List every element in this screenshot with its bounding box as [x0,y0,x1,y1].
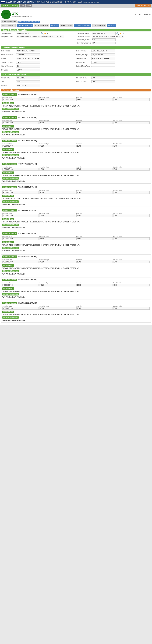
actual-arrival-value: 20170228 [50,24,59,27]
quantity-cell: Quantity 18.00 [76,212,113,217]
container-type-label: Container Type [39,259,76,260]
container-number-value: HLBU1406616 (CN/L/HH) [19,279,37,281]
search-icon[interactable]: 🔍 [41,32,44,35]
teus-row: TEUS 20.00 [1,80,76,83]
star-icon[interactable]: ★ [44,32,46,35]
consignee-star-icon[interactable]: ★ [119,32,122,35]
est-cif-value: 0.00 [113,307,149,310]
container-number-btn[interactable]: Container Number [3,279,17,281]
est-cif-value: 0.00 [113,122,149,124]
container-number-btn[interactable]: Container Number [3,209,17,212]
marks-numbers-btn[interactable]: Marks and Numbers [3,200,19,203]
print-button[interactable]: Print Trade Record(s) [1,4,19,7]
bol-value: SHHQ20191407500 [17,24,33,27]
country-of-origin-label: Country of Origin [76,54,91,56]
est-cif-cell: Est. CIF Value 0.00 [113,120,149,124]
consignee-search-icon[interactable]: 🔍 [116,32,119,35]
product-fields-row: Container Size 4000*800*800 Container Ty… [3,190,149,194]
product-desc-btn[interactable]: Product Desc [3,288,14,290]
quantity-row: Quantity 160.00(PCS) [1,84,76,87]
marks-numbers-btn[interactable]: Marks and Numbers [3,270,19,272]
container-number-btn[interactable]: Container Number [3,163,17,165]
product-desc-btn[interactable]: Product Desc [3,102,14,104]
close-button[interactable]: Close This Window [135,4,151,7]
est-cif-value: 0.00 [113,191,149,194]
marks-numbers-btn[interactable]: Marks and Numbers [3,131,19,133]
next-button[interactable]: Next [26,4,32,7]
marks-numbers-text: WANANANANANANANANANA [3,273,149,275]
quantity-value: 18.00 [76,237,113,240]
global-data-identity-label: Global Data Identity [1,20,18,23]
consignee-address-row: Consignee Address 3M CENTER MAPLEWOOD MN… [77,35,151,38]
country-of-origin-row: Country of Origin DE, GERMANY [76,53,151,56]
container-type-label: Container Type [39,97,76,98]
est-cif-label: Est. CIF Value [113,259,149,260]
port-of-load-row: Port of Load 42870, BREMERHAVEN [1,50,76,52]
product-desc-btn[interactable]: Product Desc [3,218,14,220]
quantity-cell: Quantity 18.00 [76,166,113,170]
product-desc-text: TITANIUM DIOXIDE PRETOX AV01F TITANIUM D… [3,244,149,246]
est-cif-value: 0.00 [113,284,149,286]
header-row: GTC GTC GLOBAL TRADE ONLINE LIMITED 2017… [1,9,151,20]
product-desc-btn[interactable]: Product Desc [3,125,14,128]
container-type-value: 4310 [39,191,76,194]
container-number-btn[interactable]: Container Number [3,256,17,258]
est-cif-cell: Est. CIF Value 0.00 [113,97,149,101]
est-cif-cell: Est. CIF Value 0.00 [113,143,149,147]
container-size-value: 4000*800*800 [3,145,39,147]
container-number-btn[interactable]: Container Number [3,116,17,119]
top-bar: U.S. Import Bill of Lading Data ▼ GLOBAL… [0,0,152,4]
product-desc-btn[interactable]: Product Desc [3,148,14,151]
marks-numbers-btn[interactable]: Marks and Numbers [3,177,19,180]
est-cif-cell: Est. CIF Value 0.00 [113,212,149,217]
product-desc-btn[interactable]: Product Desc [3,241,14,244]
actual-arrival-label: Actual Arrival Date [34,24,49,27]
page-title: U.S. Import Bill of Lading Data [6,1,34,3]
est-cif-value: 0.00 [91,80,115,83]
container-size-cell: Container Size 4000*800*800 [3,236,39,240]
transportation-grid: Port of Load 42870, BREMERHAVEN Port of … [1,50,151,72]
marks-numbers-btn[interactable]: Marks and Numbers [3,293,19,296]
marks-numbers-btn[interactable]: Marks and Numbers [3,316,19,319]
product-item: Container Number TRLU4855362 (CN/L/HH) C… [1,185,151,207]
teus-label: TEUS [1,81,16,82]
container-number-btn[interactable]: Container Number [3,93,17,96]
est-cif-value: 0.00 [113,237,149,240]
container-size-cell: Container Size 4000*800*800 [3,259,39,263]
marks-numbers-btn[interactable]: Marks and Numbers [3,154,19,156]
marks-numbers-text: WANANANANANANANANANA [3,250,149,252]
product-desc-btn[interactable]: Product Desc [3,310,14,313]
quantity-cell: Quantity 18.00 [76,282,113,286]
product-desc-text: TITANIUM DIOXIDE PRETOX AV01F TITANIUM D… [3,151,149,154]
container-number-btn[interactable]: Container Number [3,140,17,142]
shipper-name-row: Shipper Name PRECHEZA A.S. 🔍 ★ ⬆ [1,32,75,35]
quantity-value: 18.00 [76,98,113,101]
consignee-up-icon[interactable]: ⬆ [122,32,124,35]
shipper-name-value: PRECHEZA A.S. [16,32,40,35]
container-size-value: 4000*800*800 [3,168,39,170]
container-type-label: Container Type [39,236,76,237]
marks-numbers-btn[interactable]: Marks and Numbers [3,108,19,110]
container-number-btn[interactable]: Container Number [3,232,17,235]
product-desc-btn[interactable]: Product Desc [3,195,14,197]
global-info-bar: Global Data Identity 6003201702016003115… [1,20,151,23]
product-desc-btn[interactable]: Product Desc [3,264,14,266]
container-size-value: 4000*800*800 [3,122,39,124]
product-desc-btn[interactable]: Product Desc [3,172,14,174]
container-number-btn[interactable]: Container Number [3,302,17,304]
quantity-cell: Quantity 18.00 [76,259,113,263]
quantity-label: Quantity [76,166,113,168]
container-size-cell: Container Size 4000*800*800 [3,166,39,170]
toolbar: Print Trade Record(s) Prev Next Close Th… [0,4,152,8]
prev-button[interactable]: Prev [20,4,26,7]
product-information-section: Product Information Container Number CLH… [1,88,151,323]
container-type-cell: Container Type 4310 [39,236,76,240]
marks-numbers-btn[interactable]: Marks and Numbers [3,224,19,226]
marks-numbers-btn[interactable]: Marks and Numbers [3,247,19,249]
up-icon[interactable]: ⬆ [47,32,49,35]
consignee-address-label: Consignee Address [77,36,91,38]
product-fields-row: Container Size 4000*800*800 Container Ty… [3,120,149,124]
quantity-label: Quantity [76,190,113,191]
container-number-btn[interactable]: Container Number [3,186,17,188]
container-size-cell: Container Size 4000*800*800 [3,97,39,101]
